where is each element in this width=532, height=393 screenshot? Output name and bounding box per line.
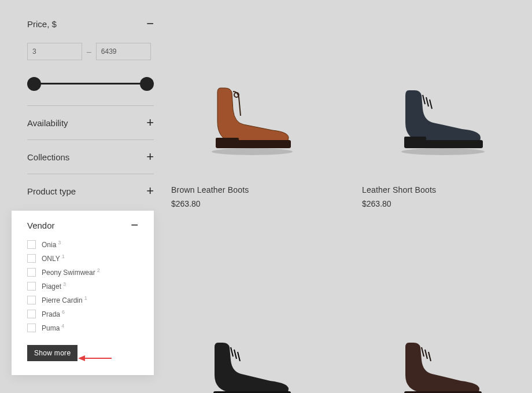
availability-filter: Availability <box>27 106 154 140</box>
vendor-name: Prada <box>42 310 60 318</box>
vendor-name: Piaget <box>42 282 61 291</box>
collections-filter: Collections <box>27 140 154 174</box>
slider-track <box>34 83 147 85</box>
vendor-option[interactable]: Piaget3 <box>27 281 138 291</box>
product-price: $263.80 <box>171 199 316 208</box>
plus-icon <box>146 185 154 197</box>
price-filter: Price, $ – <box>27 0 154 106</box>
collections-header[interactable]: Collections <box>27 150 154 163</box>
vendor-count: 4 <box>61 323 64 329</box>
product-image <box>362 255 507 393</box>
price-slider[interactable] <box>27 72 154 95</box>
vendor-list: Onia3 ONLY1 Peony Swimwear2 Piaget3 Pier… <box>27 240 138 332</box>
price-min-input[interactable] <box>27 43 82 60</box>
price-inputs: – <box>27 43 154 60</box>
checkbox-icon[interactable] <box>27 296 36 304</box>
vendor-option[interactable]: ONLY1 <box>27 254 138 263</box>
checkbox-icon[interactable] <box>27 268 36 277</box>
availability-title: Availability <box>27 118 68 128</box>
svg-rect-3 <box>216 138 239 144</box>
product-card[interactable] <box>171 255 316 393</box>
vendor-count: 3 <box>58 240 61 245</box>
product-name: Brown Leather Boots <box>171 185 316 194</box>
vendor-option[interactable]: Puma4 <box>27 323 138 332</box>
minus-icon <box>146 17 154 30</box>
product-card[interactable] <box>362 255 507 393</box>
vendor-name: Puma <box>42 324 60 332</box>
vendor-title: Vendor <box>27 221 55 230</box>
checkbox-icon[interactable] <box>27 282 36 291</box>
slider-handle-min[interactable] <box>27 77 41 91</box>
product-price: $263.80 <box>362 199 507 208</box>
product-image <box>171 0 316 179</box>
product-card[interactable]: Leather Short Boots $263.80 <box>362 0 507 208</box>
product-type-filter: Product type <box>27 174 154 208</box>
collections-title: Collections <box>27 152 69 162</box>
product-card[interactable]: Brown Leather Boots $263.80 <box>171 0 316 208</box>
availability-header[interactable]: Availability <box>27 116 154 129</box>
checkbox-icon[interactable] <box>27 324 36 332</box>
product-image <box>171 255 316 393</box>
vendor-count: 1 <box>62 254 65 259</box>
plus-icon <box>146 150 154 163</box>
product-type-title: Product type <box>27 186 76 196</box>
checkbox-icon[interactable] <box>27 254 36 263</box>
vendor-count: 6 <box>62 309 65 315</box>
product-type-header[interactable]: Product type <box>27 185 154 197</box>
svg-rect-7 <box>404 137 426 144</box>
svg-point-8 <box>401 148 485 155</box>
checkbox-icon[interactable] <box>27 310 36 318</box>
vendor-option[interactable]: Onia3 <box>27 240 138 249</box>
price-max-input[interactable] <box>96 43 151 60</box>
vendor-option[interactable]: Prada6 <box>27 309 138 318</box>
slider-handle-max[interactable] <box>140 77 154 91</box>
svg-point-5 <box>212 148 293 155</box>
vendor-name: ONLY <box>42 255 60 263</box>
vendor-count: 2 <box>97 267 100 273</box>
vendor-name: Pierre Cardin <box>42 296 83 304</box>
price-title: Price, $ <box>27 19 57 29</box>
vendor-count: 3 <box>63 281 66 287</box>
minus-icon <box>131 219 138 232</box>
vendor-option[interactable]: Pierre Cardin1 <box>27 295 138 304</box>
vendor-count: 1 <box>84 295 87 301</box>
vendor-name: Peony Swimwear <box>42 269 95 277</box>
filter-sidebar: Price, $ – Availability Collections Prod… <box>27 0 154 208</box>
vendor-header[interactable]: Vendor <box>27 219 138 232</box>
show-more-button[interactable]: Show more <box>27 345 77 361</box>
plus-icon <box>146 116 154 129</box>
vendor-option[interactable]: Peony Swimwear2 <box>27 267 138 277</box>
product-grid: Brown Leather Boots $263.80 Leather Shor… <box>171 0 518 393</box>
vendor-filter-panel: Vendor Onia3 ONLY1 Peony Swimwear2 Piage… <box>12 211 154 375</box>
price-header[interactable]: Price, $ <box>27 17 154 30</box>
vendor-name: Onia <box>42 241 56 249</box>
product-name: Leather Short Boots <box>362 185 507 194</box>
product-image <box>362 0 507 179</box>
checkbox-icon[interactable] <box>27 240 36 249</box>
price-range-sep: – <box>87 47 91 56</box>
